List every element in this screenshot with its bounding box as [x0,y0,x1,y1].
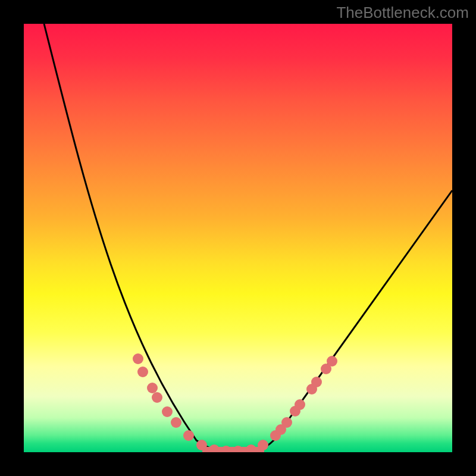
marker-dot [258,440,268,450]
marker-dot [246,444,256,452]
plot-area [24,24,452,452]
marker-dot [133,353,143,364]
marker-dot [171,417,181,428]
chart-svg [24,24,452,452]
marker-dot [311,377,322,387]
marker-dot [196,440,207,450]
marker-dot [152,392,162,403]
curve-right-curve [245,190,452,452]
marker-dot [233,446,243,452]
marker-dot [147,383,158,393]
marker-dot [327,356,337,367]
marker-dot [295,399,305,410]
watermark-text: TheBottleneck.com [336,4,469,22]
curve-lines [44,24,452,452]
marker-dot [281,417,292,428]
marker-dot [221,446,231,452]
marker-dot [183,430,194,441]
curve-left-curve [44,24,232,452]
curve-markers [133,353,337,452]
marker-dot [162,406,173,417]
marker-dot [137,367,148,377]
marker-dot [209,444,220,452]
